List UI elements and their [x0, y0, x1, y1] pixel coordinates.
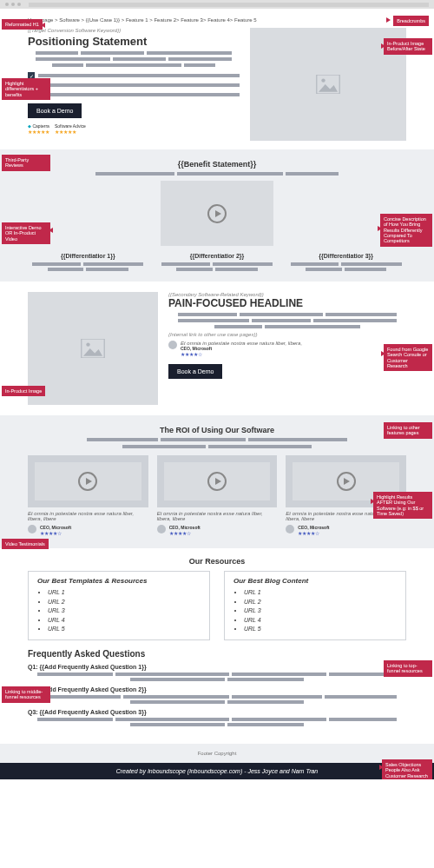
resource-link[interactable]: URL 4: [48, 616, 201, 626]
diff-1: {{Differentiatior 1}}: [28, 253, 148, 259]
annot-sales: Sales Objections People Also Ask Custome…: [382, 759, 432, 779]
svg-point-3: [86, 342, 89, 346]
book-demo-button[interactable]: Book a Demo: [28, 103, 82, 118]
annot-concise: Concise Description of How You Bring Res…: [380, 214, 432, 247]
capterra-badge[interactable]: ◆ Capterra★★★★★: [28, 123, 49, 135]
book-demo-button-2[interactable]: Book a Demo: [168, 364, 222, 379]
internal-link[interactable]: {Internal link to other use case pages}}: [168, 332, 406, 337]
svg-point-1: [321, 78, 325, 82]
hero-eyebrow: {{Target Conversion Software Keyword}}: [28, 28, 240, 33]
pain-headline: PAIN-FOCUSED HEADLINE: [168, 297, 406, 309]
breadcrumb[interactable]: Homepage > Software > {{Use Case 1}} > F…: [28, 17, 406, 23]
annot-vid: Video Testimonials: [2, 539, 49, 549]
play-icon: [207, 204, 227, 223]
resource-link[interactable]: URL 2: [48, 598, 201, 607]
diff-3: {{Differentiatior 3}}: [286, 253, 406, 259]
annot-roi: Highlight Results AFTER Using Our Softwa…: [373, 492, 432, 519]
avatar: [157, 525, 166, 533]
resource-link[interactable]: URL 4: [244, 616, 397, 626]
play-icon: [207, 472, 227, 491]
annot-inprod2: In-Product Image: [2, 386, 45, 396]
annot-mid: Linking to middle-funnel resources: [2, 686, 50, 703]
faq-q1[interactable]: Q1: {{Add Frequently Asked Question 1}}: [28, 664, 406, 670]
footer: Footer Copyright: [0, 744, 434, 763]
avatar: [28, 525, 36, 533]
page-title: Positioning Statement: [28, 35, 240, 48]
templates-box: Our Best Templates & Resources URL 1 URL…: [28, 571, 210, 640]
annot-inprod-img: In-Product Image Before/After State: [384, 38, 432, 55]
faq-q2[interactable]: Q2: {{Add Frequently Asked Question 2}}: [28, 686, 406, 692]
credit-bar: Created by Inboundscope (inboundscope.co…: [0, 763, 434, 779]
pain-image-placeholder: [28, 292, 158, 405]
annot-gsc: Found from Google Search Console or Cust…: [384, 344, 432, 371]
avatar: [286, 525, 294, 533]
resource-link[interactable]: URL 1: [244, 588, 397, 598]
resources-title: Our Resources: [28, 557, 406, 566]
annot-reviews: Third-Party Reviews: [2, 155, 50, 171]
browser-chrome: [0, 0, 434, 9]
resource-link[interactable]: URL 5: [244, 625, 397, 634]
benefits-list: ✓ ✓ ✓: [28, 72, 240, 98]
software-advice-badge[interactable]: Software Advice★★★★★: [55, 123, 86, 135]
blog-box: Our Best Blog Content URL 1 URL 2 URL 3 …: [224, 571, 406, 640]
demo-video-placeholder[interactable]: [161, 181, 273, 246]
resource-link[interactable]: URL 2: [244, 598, 397, 607]
testimonial-video-1[interactable]: [28, 455, 148, 507]
resource-link[interactable]: URL 5: [48, 625, 201, 634]
resource-link[interactable]: URL 1: [48, 588, 201, 598]
annot-diff: Highlight differentiators + benefits: [2, 78, 50, 100]
faq-q3[interactable]: Q3: {{Add Frequently Asked Question 3}}: [28, 709, 406, 715]
resource-link[interactable]: URL 3: [48, 606, 201, 616]
hero-copy: [28, 51, 240, 67]
benefit-title: {{Benefit Statement}}: [28, 160, 406, 169]
annot-h1: Reformatted H1: [2, 19, 43, 30]
avatar: [168, 341, 177, 349]
annot-top: Linking to top-funnel resources: [384, 660, 432, 677]
roi-title: The ROI of Using Our Software: [28, 426, 406, 434]
play-icon: [78, 472, 97, 491]
faq-title: Frequently Asked Questions: [28, 649, 406, 659]
testimonial-video-2[interactable]: [157, 455, 278, 507]
annot-breadcrumbs: Breadcrumbs: [393, 16, 429, 26]
annot-link: Linking to other features pages: [384, 422, 432, 439]
resource-link[interactable]: URL 3: [244, 606, 397, 616]
annot-demo: Interactive Demo OR In-Product Video: [2, 222, 50, 244]
play-icon: [337, 472, 356, 491]
diff-2: {{Differentiatior 2}}: [157, 253, 278, 259]
